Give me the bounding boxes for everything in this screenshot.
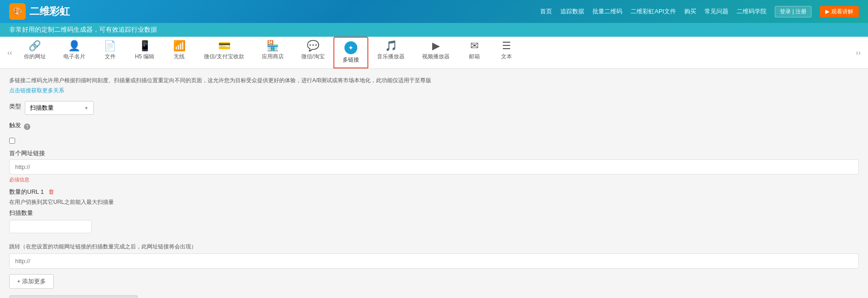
nav-home[interactable]: 首页 [540, 7, 552, 16]
url-info: 在用户切换到其它URL之前能入最大扫描量 [9, 198, 859, 206]
tab-social-label: 微信/淘宝 [301, 53, 325, 61]
tab-email-label: 邮箱 [469, 53, 480, 61]
tab-h5-label: H5 编辑 [135, 53, 155, 61]
generate-button[interactable]: 生成动态二维码 [9, 295, 138, 298]
header: 🎨 二维彩虹 首页 追踪数据 批量二维码 二维彩虹API文件 购买 常见问题 二… [0, 0, 868, 23]
help-icon[interactable]: ? [24, 124, 30, 130]
tab-text-label: 文本 [501, 53, 512, 61]
form-section: 类型 扫描数量 ▼ 触发 ? 首个网址链接 必须信息 数量的URL 1 [9, 101, 859, 298]
tab-wifi[interactable]: 📶 无线 [163, 37, 195, 68]
file-icon: 📄 [104, 41, 116, 51]
first-url-input[interactable] [9, 159, 859, 174]
tab-website[interactable]: 🔗 你的网址 [15, 37, 55, 68]
fallback-label: 跳转（在您设置的功能网址链接的扫描数量完成之后，此网址链接将会出现） [9, 242, 859, 251]
tab-payment[interactable]: 💳 微信/支付宝收款 [195, 37, 253, 68]
url-section-label: 数量的URL 1 🗑 [9, 188, 859, 196]
nav-batch[interactable]: 批量二维码 [592, 7, 622, 16]
text-icon: ☰ [502, 41, 511, 51]
chevron-down-icon: ▼ [84, 106, 89, 111]
category-row: 类型 扫描数量 ▼ [9, 101, 859, 115]
toggle-checkbox[interactable] [9, 138, 15, 144]
tabs-container: 🔗 你的网址 👤 电子名片 📄 文件 📱 H5 编辑 📶 无线 💳 微信/支付宝… [15, 37, 853, 68]
nav-track[interactable]: 追踪数据 [560, 7, 584, 16]
tab-text[interactable]: ☰ 文本 [490, 37, 523, 68]
more-link[interactable]: 点击链接获取更多关系 [9, 87, 859, 95]
main-content: 多链接二维码允许用户根据扫描时间刻度、扫描量或扫描位置重定向不同的页面，这允许您… [0, 69, 868, 298]
generate-section: 生成动态二维码 [9, 295, 859, 298]
tab-next-arrow[interactable]: ›› [853, 45, 863, 61]
category-label: 类型 [9, 102, 21, 111]
tab-video-label: 视频播放器 [422, 53, 450, 61]
add-more-button[interactable]: + 添加更多 [9, 274, 54, 289]
subtitle-bar: 非常好用的定制二维码生成器，可有效追踪行业数据 [0, 23, 868, 37]
first-url-section: 首个网址链接 必须信息 [9, 149, 859, 183]
login-button[interactable]: 登录 | 注册 [775, 6, 812, 17]
logo-icon: 🎨 [9, 3, 26, 20]
scan-count-label: 扫描数量 [9, 209, 859, 217]
website-icon: 🔗 [28, 41, 41, 51]
toggle-label: 触发 [9, 121, 21, 129]
tab-payment-label: 微信/支付宝收款 [204, 53, 244, 61]
video-icon: ▶ [432, 41, 440, 51]
tab-vcard[interactable]: 👤 电子名片 [55, 37, 94, 68]
fallback-section: 跳转（在您设置的功能网址链接的扫描数量完成之后，此网址链接将会出现） [9, 242, 859, 270]
tab-file[interactable]: 📄 文件 [94, 37, 126, 68]
subtitle-text: 非常好用的定制二维码生成器，可有效追踪行业数据 [9, 26, 157, 33]
email-icon: ✉ [470, 41, 479, 51]
social-icon: 💬 [307, 41, 319, 51]
payment-icon: 💳 [218, 41, 231, 51]
nav-buy[interactable]: 购买 [684, 7, 696, 16]
tab-multi[interactable]: ✦ 多链接 [333, 37, 368, 68]
checkbox-row [9, 138, 859, 144]
tab-bar: ‹‹ 🔗 你的网址 👤 电子名片 📄 文件 📱 H5 编辑 📶 无线 [0, 37, 868, 69]
url-section: 数量的URL 1 🗑 在用户切换到其它URL之前能入最大扫描量 扫描数量 [9, 188, 859, 238]
category-select[interactable]: 扫描数量 ▼ [25, 101, 94, 115]
wifi-icon: 📶 [173, 41, 186, 51]
tab-video[interactable]: ▶ 视频播放器 [413, 37, 458, 68]
nav-academy[interactable]: 二维码学院 [737, 7, 767, 16]
h5-icon: 📱 [139, 41, 151, 51]
tab-file-label: 文件 [105, 53, 116, 61]
tab-email[interactable]: ✉ 邮箱 [458, 37, 490, 68]
tab-music-label: 音乐播放器 [377, 53, 405, 61]
tab-appstore-label: 应用商店 [262, 53, 284, 61]
appstore-icon: 🏪 [266, 41, 279, 51]
watch-button[interactable]: ▶ 观看讲解 [820, 6, 859, 17]
tab-wifi-label: 无线 [174, 53, 185, 61]
scan-count-input[interactable] [9, 220, 92, 233]
tab-website-label: 你的网址 [24, 53, 46, 61]
category-value: 扫描数量 [30, 104, 54, 112]
tab-vcard-label: 电子名片 [63, 53, 85, 61]
multi-icon: ✦ [344, 41, 357, 54]
nav-faq[interactable]: 常见问题 [705, 7, 728, 16]
logo-text: 二维彩虹 [29, 5, 70, 18]
tab-social[interactable]: 💬 微信/淘宝 [293, 37, 333, 68]
first-url-label: 首个网址链接 [9, 149, 859, 157]
play-icon: ▶ [825, 8, 829, 15]
tab-multi-label: 多链接 [343, 56, 359, 64]
required-badge: 必须信息 [9, 176, 859, 183]
fallback-url-input[interactable] [9, 253, 859, 269]
toggle-row: 触发 ? [9, 121, 859, 132]
nav-api[interactable]: 二维彩虹API文件 [631, 7, 676, 16]
vcard-icon: 👤 [68, 41, 80, 51]
description-text: 多链接二维码允许用户根据扫描时间刻度、扫描量或扫描位置重定向不同的页面，这允许您… [9, 76, 859, 85]
logo: 🎨 二维彩虹 [9, 3, 70, 20]
music-icon: 🎵 [385, 41, 397, 51]
main-nav: 首页 追踪数据 批量二维码 二维彩虹API文件 购买 常见问题 二维码学院 登录… [540, 6, 859, 17]
tab-appstore[interactable]: 🏪 应用商店 [253, 37, 293, 68]
delete-icon[interactable]: 🗑 [48, 188, 54, 195]
tab-music[interactable]: 🎵 音乐播放器 [368, 37, 413, 68]
tab-h5[interactable]: 📱 H5 编辑 [126, 37, 163, 68]
tab-prev-arrow[interactable]: ‹‹ [5, 45, 15, 61]
